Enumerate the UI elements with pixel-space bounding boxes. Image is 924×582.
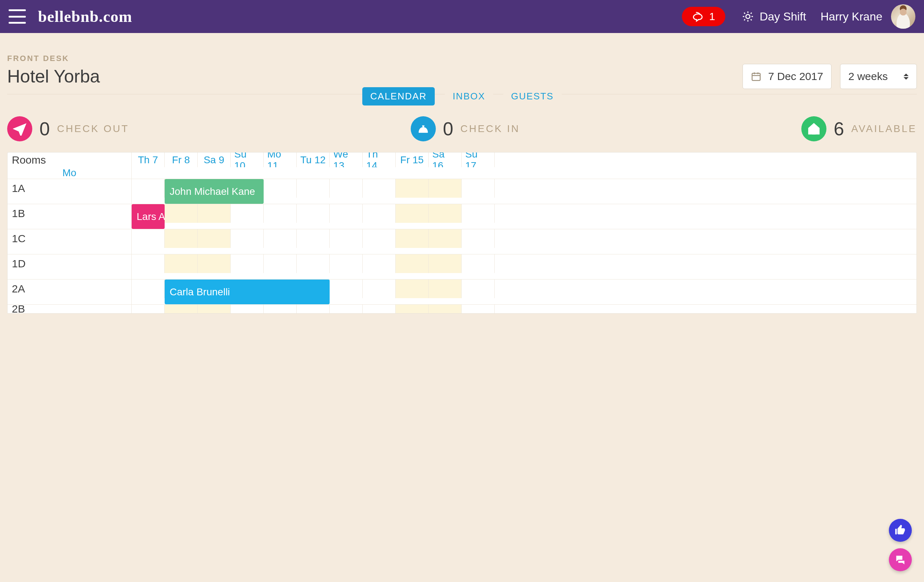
svg-line-8 bbox=[751, 13, 751, 14]
top-section: FRONT DESK Hotel Yorba 7 Dec 2017 2 week… bbox=[0, 33, 924, 106]
day-header[interactable]: Su 10 bbox=[231, 152, 264, 167]
table-row: 1B Lars Ar bbox=[8, 204, 916, 229]
room-label: 1C bbox=[8, 229, 132, 248]
stat-checkout-label: CHECK OUT bbox=[57, 123, 129, 134]
table-row: 2A Carla Brunelli bbox=[8, 279, 916, 305]
stats-row: 0 CHECK OUT 0 CHECK IN 6 AVAILABLE bbox=[0, 106, 924, 152]
day-header[interactable]: Fr 8 bbox=[165, 152, 198, 167]
svg-line-6 bbox=[751, 19, 751, 20]
notifications-count: 1 bbox=[709, 10, 715, 23]
tab-guests[interactable]: GUESTS bbox=[503, 87, 562, 106]
room-label: 1D bbox=[8, 255, 132, 273]
bell-icon bbox=[411, 116, 436, 141]
room-label: 1A bbox=[8, 179, 132, 198]
svg-line-5 bbox=[744, 13, 745, 14]
table-row: 2B bbox=[8, 305, 916, 313]
calendar-icon bbox=[751, 71, 762, 82]
chat-icon bbox=[692, 10, 704, 23]
booking-carla[interactable]: Carla Brunelli bbox=[165, 279, 330, 304]
notifications-pill[interactable]: 1 bbox=[682, 7, 725, 26]
menu-icon[interactable] bbox=[8, 9, 26, 24]
shift-toggle[interactable]: Day Shift bbox=[742, 10, 806, 23]
svg-rect-9 bbox=[752, 73, 761, 80]
booking-john[interactable]: John Michael Kane bbox=[165, 179, 264, 204]
day-header[interactable]: Tu 12 bbox=[297, 152, 330, 167]
plane-icon bbox=[7, 116, 32, 141]
day-header[interactable]: Fr 15 bbox=[396, 152, 429, 167]
stat-checkin-label: CHECK IN bbox=[460, 123, 520, 134]
breadcrumb: FRONT DESK bbox=[7, 54, 917, 63]
tab-calendar[interactable]: CALENDAR bbox=[362, 87, 435, 106]
tab-row: CALENDAR INBOX GUESTS bbox=[7, 94, 917, 106]
avatar[interactable] bbox=[891, 4, 916, 29]
stat-checkin-num: 0 bbox=[443, 118, 454, 140]
fab-chat[interactable] bbox=[889, 548, 912, 571]
stat-available-label: AVAILABLE bbox=[851, 123, 917, 134]
calendar-grid: Rooms Th 7 Fr 8 Sa 9 Su 10 Mo 11 Tu 12 W… bbox=[7, 152, 917, 314]
day-header[interactable]: Mo 11 bbox=[264, 152, 297, 167]
room-label: 2B bbox=[8, 305, 132, 313]
user-name[interactable]: Harry Krane bbox=[821, 10, 883, 23]
stat-checkout-num: 0 bbox=[40, 118, 50, 140]
brand-logo[interactable]: bellebnb.com bbox=[38, 8, 132, 26]
day-header[interactable]: Th 14 bbox=[363, 152, 396, 167]
page-title: Hotel Yorba bbox=[7, 66, 100, 87]
room-label: 2A bbox=[8, 279, 132, 298]
day-header[interactable]: Sa 16 bbox=[429, 152, 462, 167]
chat-bubbles-icon bbox=[894, 554, 906, 566]
room-label: 1B bbox=[8, 204, 132, 223]
range-select-value: 2 weeks bbox=[848, 70, 888, 83]
svg-rect-14 bbox=[813, 130, 815, 134]
table-row: 1D bbox=[8, 255, 916, 279]
stat-checkin[interactable]: 0 CHECK IN bbox=[411, 116, 520, 141]
table-row: 1C bbox=[8, 229, 916, 255]
day-header[interactable]: Su 17 bbox=[462, 152, 495, 167]
day-header[interactable]: Sa 9 bbox=[198, 152, 231, 167]
date-picker[interactable]: 7 Dec 2017 bbox=[742, 64, 831, 89]
date-picker-value: 7 Dec 2017 bbox=[768, 70, 823, 83]
stat-available-num: 6 bbox=[833, 118, 844, 140]
range-select[interactable]: 2 weeks bbox=[840, 64, 917, 89]
day-header[interactable]: Mo bbox=[8, 167, 132, 179]
stat-available[interactable]: 6 AVAILABLE bbox=[801, 116, 917, 141]
calendar-header-row: Rooms Th 7 Fr 8 Sa 9 Su 10 Mo 11 Tu 12 W… bbox=[8, 152, 916, 179]
table-row: 1A John Michael Kane bbox=[8, 179, 916, 204]
home-icon bbox=[801, 116, 827, 141]
select-caret-icon bbox=[904, 74, 909, 79]
thumbs-up-icon bbox=[894, 524, 906, 536]
tab-inbox[interactable]: INBOX bbox=[445, 87, 493, 106]
stat-checkout[interactable]: 0 CHECK OUT bbox=[7, 116, 129, 141]
svg-line-7 bbox=[744, 19, 745, 20]
fab-like[interactable] bbox=[889, 519, 912, 542]
rooms-header: Rooms bbox=[8, 152, 132, 167]
app-header: bellebnb.com 1 Day Shift Harry Krane bbox=[0, 0, 924, 33]
day-header[interactable]: Th 7 bbox=[132, 152, 165, 167]
booking-lars[interactable]: Lars Ar bbox=[132, 204, 165, 229]
svg-point-0 bbox=[746, 14, 750, 18]
day-header[interactable]: We 13 bbox=[330, 152, 363, 167]
shift-label: Day Shift bbox=[760, 10, 806, 23]
sun-icon bbox=[742, 10, 754, 23]
